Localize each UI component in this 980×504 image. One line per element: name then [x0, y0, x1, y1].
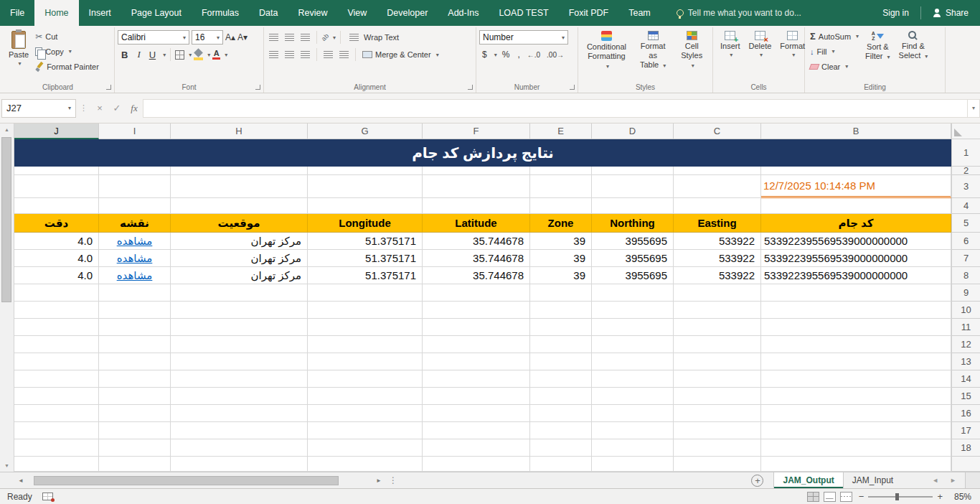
tab-load-test[interactable]: LOAD TEST: [489, 0, 558, 26]
empty-cell[interactable]: [761, 353, 951, 370]
bold-button[interactable]: B: [118, 50, 131, 60]
empty-cell[interactable]: [171, 353, 308, 370]
empty-cell[interactable]: [530, 284, 592, 302]
empty-cell[interactable]: [674, 439, 761, 457]
row-header-17[interactable]: 17: [952, 422, 980, 439]
percent-style-button[interactable]: %: [499, 50, 513, 60]
latitude-cell[interactable]: 35.744678: [423, 267, 530, 284]
clear-button[interactable]: Clear ▾: [808, 59, 861, 74]
empty-cell[interactable]: [592, 175, 674, 198]
empty-cell[interactable]: [761, 198, 951, 214]
cancel-icon[interactable]: ×: [91, 103, 108, 113]
row-header-16[interactable]: 16: [952, 405, 980, 422]
empty-cell[interactable]: [14, 198, 99, 214]
empty-cell[interactable]: [761, 302, 951, 319]
empty-cell[interactable]: [171, 388, 308, 405]
column-header-j[interactable]: J: [14, 123, 99, 139]
longitude-cell[interactable]: 51.375171: [308, 250, 423, 267]
select-all-corner[interactable]: [952, 123, 980, 139]
tab-file[interactable]: File: [0, 0, 34, 26]
zoom-level[interactable]: 85%: [947, 492, 980, 502]
align-right-icon[interactable]: [301, 51, 310, 58]
header-cell-easting[interactable]: Easting: [674, 214, 761, 233]
empty-cell[interactable]: [423, 284, 530, 302]
empty-cell[interactable]: [674, 388, 761, 405]
scroll-up-icon[interactable]: ▲: [0, 123, 14, 136]
empty-cell[interactable]: [99, 439, 171, 457]
empty-cell[interactable]: [99, 175, 171, 198]
empty-cell[interactable]: [592, 302, 674, 319]
empty-cell[interactable]: [674, 175, 761, 198]
empty-cell[interactable]: [761, 370, 951, 388]
timestamp-cell[interactable]: 12/7/2025 10:14:48 PM: [761, 175, 951, 198]
empty-cell[interactable]: [308, 175, 423, 198]
share-button[interactable]: Share: [921, 0, 980, 26]
dialog-launcher-icon[interactable]: [255, 85, 260, 90]
empty-cell[interactable]: [171, 167, 308, 175]
northing-cell[interactable]: 3955695: [592, 250, 674, 267]
new-sheet-button[interactable]: +: [751, 475, 763, 487]
empty-cell[interactable]: [14, 284, 99, 302]
location-cell[interactable]: مرکز تهران: [171, 233, 308, 250]
shrink-font-button[interactable]: A▾: [237, 32, 248, 42]
empty-cell[interactable]: [674, 302, 761, 319]
empty-cell[interactable]: [674, 422, 761, 439]
scroll-down-icon[interactable]: ▼: [0, 459, 14, 472]
empty-cell[interactable]: [592, 457, 674, 472]
tab-foxit-pdf[interactable]: Foxit PDF: [559, 0, 619, 26]
empty-cell[interactable]: [592, 319, 674, 336]
empty-cell[interactable]: [99, 336, 171, 353]
empty-cell[interactable]: [171, 370, 308, 388]
italic-button[interactable]: I: [133, 49, 143, 60]
empty-cell[interactable]: [423, 175, 530, 198]
tab-team[interactable]: Team: [618, 0, 661, 26]
copy-button[interactable]: Copy ▾: [33, 44, 101, 59]
name-box-resize-handle[interactable]: ⋮: [76, 103, 91, 113]
zoom-out-icon[interactable]: −: [854, 491, 869, 502]
merge-center-button[interactable]: Merge & Center ▾: [360, 47, 441, 62]
empty-cell[interactable]: [14, 302, 99, 319]
cut-button[interactable]: ✂ Cut: [33, 29, 101, 44]
row-header-12[interactable]: 12: [952, 336, 980, 353]
empty-cell[interactable]: [308, 405, 423, 422]
empty-cell[interactable]: [99, 405, 171, 422]
underline-button[interactable]: U: [146, 50, 159, 60]
zone-cell[interactable]: 39: [530, 233, 592, 250]
empty-cell[interactable]: [171, 302, 308, 319]
empty-cell[interactable]: [308, 284, 423, 302]
empty-cell[interactable]: [99, 370, 171, 388]
find-select-button[interactable]: Find &Select ▾: [895, 29, 933, 81]
empty-cell[interactable]: [14, 336, 99, 353]
row-header-6[interactable]: 6: [952, 233, 980, 250]
row-header-9[interactable]: 9: [952, 284, 980, 302]
font-size-select[interactable]: 16▾: [192, 30, 223, 45]
empty-cell[interactable]: [592, 370, 674, 388]
empty-cell[interactable]: [761, 388, 951, 405]
empty-cell[interactable]: [530, 457, 592, 472]
location-cell[interactable]: مرکز تهران: [171, 250, 308, 267]
enter-icon[interactable]: ✓: [108, 103, 126, 113]
column-header-b[interactable]: B: [761, 123, 951, 139]
latitude-cell[interactable]: 35.744678: [423, 250, 530, 267]
tab-insert[interactable]: Insert: [79, 0, 121, 26]
empty-cell[interactable]: [674, 336, 761, 353]
format-as-table-button[interactable]: Format asTable ▾: [632, 29, 674, 81]
column-header-d[interactable]: D: [592, 123, 674, 139]
empty-cell[interactable]: [423, 439, 530, 457]
zoom-slider-thumb[interactable]: [895, 493, 899, 500]
empty-cell[interactable]: [530, 336, 592, 353]
row-header-3[interactable]: 3: [952, 175, 980, 198]
scroll-left-icon[interactable]: ◄: [15, 477, 27, 484]
empty-cell[interactable]: [171, 175, 308, 198]
map-link[interactable]: مشاهده: [99, 267, 171, 284]
empty-cell[interactable]: [99, 302, 171, 319]
empty-cell[interactable]: [592, 167, 674, 175]
empty-cell[interactable]: [14, 319, 99, 336]
header-cell-jam-code[interactable]: کد جام: [761, 214, 951, 233]
empty-cell[interactable]: [171, 336, 308, 353]
increase-decimal-icon[interactable]: ←.0: [525, 51, 542, 59]
row-header-14[interactable]: 14: [952, 370, 980, 388]
empty-cell[interactable]: [14, 405, 99, 422]
align-center-icon[interactable]: [285, 51, 294, 58]
empty-cell[interactable]: [14, 388, 99, 405]
